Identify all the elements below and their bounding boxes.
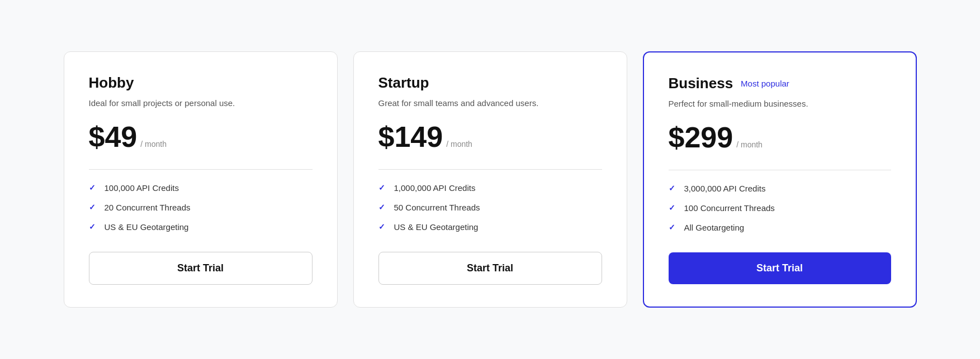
- price-amount-business: $299: [669, 123, 733, 152]
- plan-description-startup: Great for small teams and advanced users…: [378, 97, 602, 110]
- feature-text: 3,000,000 API Credits: [684, 184, 766, 193]
- pricing-card-startup: StartupGreat for small teams and advance…: [353, 51, 627, 308]
- checkmark-icon: ✓: [669, 184, 678, 193]
- feature-text: 100 Concurrent Threads: [684, 203, 775, 213]
- checkmark-icon: ✓: [89, 203, 98, 212]
- feature-item: ✓50 Concurrent Threads: [378, 203, 602, 212]
- feature-item: ✓All Geotargeting: [669, 223, 891, 232]
- feature-text: US & EU Geotargeting: [394, 222, 479, 232]
- divider-hobby: [89, 169, 313, 170]
- plan-name-startup: Startup: [378, 74, 429, 92]
- price-row-business: $299/ month: [669, 123, 891, 152]
- feature-text: US & EU Geotargeting: [105, 222, 189, 232]
- feature-item: ✓US & EU Geotargeting: [378, 222, 602, 232]
- checkmark-icon: ✓: [669, 203, 678, 212]
- feature-text: 50 Concurrent Threads: [394, 203, 480, 212]
- start-trial-button-business[interactable]: Start Trial: [669, 252, 891, 284]
- plan-header-business: BusinessMost popular: [669, 75, 891, 92]
- pricing-card-business: BusinessMost popularPerfect for small-me…: [643, 51, 917, 308]
- plan-header-startup: Startup: [378, 74, 602, 92]
- price-period-business: / month: [736, 140, 763, 149]
- divider-business: [669, 170, 891, 170]
- start-trial-button-startup[interactable]: Start Trial: [378, 252, 602, 285]
- checkmark-icon: ✓: [89, 183, 98, 192]
- price-row-hobby: $49/ month: [89, 122, 313, 151]
- feature-item: ✓3,000,000 API Credits: [669, 184, 891, 193]
- price-amount-startup: $149: [378, 122, 443, 151]
- checkmark-icon: ✓: [378, 222, 387, 231]
- feature-text: All Geotargeting: [684, 223, 745, 232]
- plan-description-hobby: Ideal for small projects or personal use…: [89, 97, 313, 110]
- feature-item: ✓100 Concurrent Threads: [669, 203, 891, 213]
- feature-item: ✓1,000,000 API Credits: [378, 183, 602, 193]
- checkmark-icon: ✓: [89, 222, 98, 231]
- checkmark-icon: ✓: [378, 183, 387, 192]
- plan-name-hobby: Hobby: [89, 74, 134, 92]
- price-row-startup: $149/ month: [378, 122, 602, 151]
- feature-item: ✓20 Concurrent Threads: [89, 203, 313, 212]
- start-trial-button-hobby[interactable]: Start Trial: [89, 252, 313, 285]
- plan-header-hobby: Hobby: [89, 74, 313, 92]
- checkmark-icon: ✓: [378, 203, 387, 212]
- pricing-card-hobby: HobbyIdeal for small projects or persona…: [64, 51, 338, 308]
- feature-item: ✓US & EU Geotargeting: [89, 222, 313, 232]
- feature-text: 100,000 API Credits: [105, 183, 179, 193]
- pricing-container: HobbyIdeal for small projects or persona…: [37, 51, 943, 308]
- price-period-hobby: / month: [140, 140, 167, 149]
- feature-text: 1,000,000 API Credits: [394, 183, 476, 193]
- features-list-hobby: ✓100,000 API Credits✓20 Concurrent Threa…: [89, 183, 313, 232]
- plan-description-business: Perfect for small-medium businesses.: [669, 98, 891, 111]
- most-popular-badge: Most popular: [741, 79, 789, 88]
- feature-text: 20 Concurrent Threads: [105, 203, 191, 212]
- plan-name-business: Business: [669, 75, 733, 92]
- features-list-startup: ✓1,000,000 API Credits✓50 Concurrent Thr…: [378, 183, 602, 232]
- price-amount-hobby: $49: [89, 122, 138, 151]
- feature-item: ✓100,000 API Credits: [89, 183, 313, 193]
- checkmark-icon: ✓: [669, 223, 678, 232]
- features-list-business: ✓3,000,000 API Credits✓100 Concurrent Th…: [669, 184, 891, 232]
- divider-startup: [378, 169, 602, 170]
- price-period-startup: / month: [446, 140, 472, 149]
